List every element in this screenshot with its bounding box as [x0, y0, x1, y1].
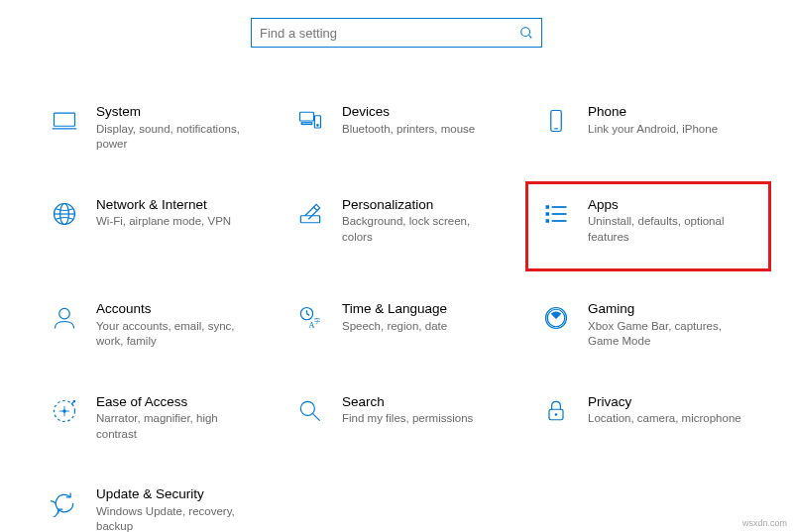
tile-title: Network & Internet — [96, 196, 231, 214]
tile-text: AccountsYour accounts, email, sync, work… — [96, 300, 255, 350]
tile-subtitle: Narrator, magnifier, high contrast — [96, 411, 255, 442]
devices-icon — [292, 103, 328, 139]
tile-text: PersonalizationBackground, lock screen, … — [342, 196, 501, 246]
tile-subtitle: Uninstall, defaults, optional features — [588, 214, 746, 245]
tile-subtitle: Find my files, permissions — [342, 411, 473, 427]
tile-text: PhoneLink your Android, iPhone — [588, 103, 718, 137]
tile-search[interactable]: SearchFind my files, permissions — [288, 387, 516, 449]
svg-text:字: 字 — [314, 317, 320, 324]
tile-subtitle: Location, camera, microphone — [588, 411, 741, 427]
accounts-icon — [47, 300, 82, 336]
tile-title: Devices — [342, 103, 475, 121]
tile-subtitle: Xbox Game Bar, captures, Game Mode — [588, 319, 746, 350]
tile-text: DevicesBluetooth, printers, mouse — [342, 103, 475, 137]
tile-title: Time & Language — [342, 300, 447, 318]
tile-text: PrivacyLocation, camera, microphone — [588, 393, 741, 427]
search-icon — [292, 393, 328, 429]
tile-update[interactable]: Update & SecurityWindows Update, recover… — [43, 479, 271, 532]
watermark: wsxdn.com — [742, 518, 787, 528]
tile-ease[interactable]: Ease of AccessNarrator, magnifier, high … — [43, 387, 271, 449]
update-icon — [47, 485, 82, 521]
svg-rect-2 — [55, 113, 75, 126]
tile-title: Privacy — [588, 393, 741, 411]
tile-apps[interactable]: AppsUninstall, defaults, optional featur… — [534, 190, 762, 264]
system-icon — [47, 103, 82, 139]
tile-title: Update & Security — [96, 485, 255, 503]
apps-icon — [538, 196, 574, 232]
tile-text: AppsUninstall, defaults, optional featur… — [588, 196, 746, 246]
tile-title: Apps — [588, 196, 746, 214]
tile-title: Phone — [588, 103, 718, 121]
tile-title: Accounts — [96, 300, 255, 318]
tile-subtitle: Link your Android, iPhone — [588, 122, 718, 138]
network-icon — [47, 196, 82, 232]
search-input[interactable] — [260, 26, 519, 41]
tile-title: Ease of Access — [96, 393, 255, 411]
svg-point-20 — [59, 309, 70, 320]
tile-text: Time & LanguageSpeech, region, date — [342, 300, 447, 334]
tile-personalization[interactable]: PersonalizationBackground, lock screen, … — [288, 190, 516, 264]
tile-text: GamingXbox Game Bar, captures, Game Mode — [588, 300, 746, 350]
personalization-icon — [292, 196, 328, 232]
tile-subtitle: Display, sound, notifications, power — [96, 122, 255, 153]
svg-point-33 — [555, 413, 558, 416]
svg-line-1 — [529, 36, 532, 39]
svg-line-23 — [307, 314, 310, 316]
tile-time[interactable]: A字Time & LanguageSpeech, region, date — [288, 294, 516, 356]
tile-text: SearchFind my files, permissions — [342, 393, 473, 427]
tile-subtitle: Your accounts, email, sync, work, family — [96, 319, 255, 350]
svg-rect-4 — [300, 112, 314, 121]
tile-gaming[interactable]: GamingXbox Game Bar, captures, Game Mode — [534, 294, 762, 356]
search-container — [0, 0, 793, 48]
phone-icon — [538, 103, 574, 139]
tile-text: Ease of AccessNarrator, magnifier, high … — [96, 393, 255, 443]
tile-title: Gaming — [588, 300, 746, 318]
privacy-icon — [538, 393, 574, 429]
search-icon — [519, 26, 533, 40]
svg-point-29 — [62, 409, 66, 413]
tile-subtitle: Bluetooth, printers, mouse — [342, 122, 475, 138]
svg-rect-14 — [546, 205, 550, 209]
tile-title: Search — [342, 393, 473, 411]
tile-title: Personalization — [342, 196, 501, 214]
ease-icon — [47, 393, 82, 429]
time-icon: A字 — [292, 300, 328, 336]
tile-network[interactable]: Network & InternetWi-Fi, airplane mode, … — [43, 190, 271, 264]
tile-subtitle: Windows Update, recovery, backup — [96, 504, 255, 532]
tile-subtitle: Background, lock screen, colors — [342, 214, 501, 245]
svg-point-7 — [317, 125, 318, 126]
svg-rect-5 — [301, 123, 312, 125]
tile-privacy[interactable]: PrivacyLocation, camera, microphone — [534, 387, 762, 449]
svg-line-31 — [313, 413, 320, 420]
svg-rect-16 — [546, 219, 550, 223]
search-box[interactable] — [251, 18, 542, 48]
tile-text: SystemDisplay, sound, notifications, pow… — [96, 103, 255, 153]
tile-subtitle: Speech, region, date — [342, 319, 447, 335]
tile-subtitle: Wi-Fi, airplane mode, VPN — [96, 214, 231, 230]
tile-system[interactable]: SystemDisplay, sound, notifications, pow… — [43, 97, 271, 159]
tile-phone[interactable]: PhoneLink your Android, iPhone — [534, 97, 762, 159]
svg-point-0 — [521, 28, 530, 37]
tile-text: Update & SecurityWindows Update, recover… — [96, 485, 255, 532]
gaming-icon — [538, 300, 574, 336]
svg-rect-15 — [546, 212, 550, 216]
tile-accounts[interactable]: AccountsYour accounts, email, sync, work… — [43, 294, 271, 356]
svg-point-30 — [300, 401, 314, 415]
tile-text: Network & InternetWi-Fi, airplane mode, … — [96, 196, 231, 230]
settings-grid: SystemDisplay, sound, notifications, pow… — [37, 97, 756, 532]
tile-devices[interactable]: DevicesBluetooth, printers, mouse — [288, 97, 516, 159]
tile-title: System — [96, 103, 255, 121]
